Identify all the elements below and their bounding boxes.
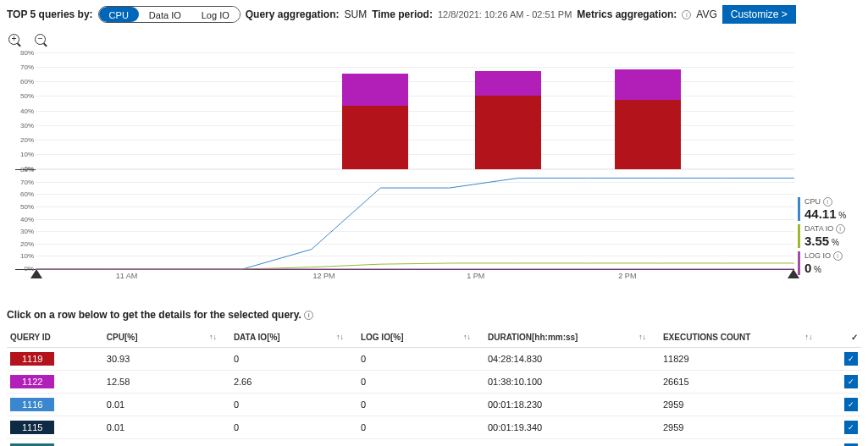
line-cpu <box>36 178 794 269</box>
x-tick: 1 PM <box>467 272 484 280</box>
row-toggle-checkbox[interactable]: ✓ <box>844 375 858 388</box>
col-header[interactable]: DATA IO[%]↑↓ <box>230 328 357 348</box>
time-period-value: 12/8/2021: 10:26 AM - 02:51 PM <box>438 9 572 19</box>
bar[interactable] <box>342 74 408 169</box>
horizontal-scrollbar[interactable] <box>7 289 861 300</box>
sort-icon[interactable]: ↑↓ <box>805 333 813 341</box>
time-period-label: Time period: <box>372 8 433 20</box>
customize-button[interactable]: Customize > <box>722 5 796 24</box>
col-header[interactable]: EXECUTIONS COUNT↑↓ <box>660 328 827 348</box>
info-icon[interactable]: i <box>682 10 691 19</box>
row-toggle-checkbox[interactable]: ✓ <box>844 352 858 366</box>
pill-logio[interactable]: Log IO <box>191 7 240 22</box>
sort-icon[interactable]: ↑↓ <box>463 333 471 341</box>
col-header[interactable]: CPU[%]↑↓ <box>103 328 230 348</box>
table-hint-text: Click on a row below to get the details … <box>7 309 301 321</box>
zoom-out-icon[interactable]: − <box>35 34 48 47</box>
query-id-badge: 1119 <box>10 352 54 366</box>
table-row[interactable]: 11160.010000:01:18.2302959✓ <box>7 394 861 416</box>
charts-region: 0%10%20%30%40%50%60%70%80% 0%10%20%30%40… <box>15 53 794 284</box>
sort-icon[interactable]: ↑↓ <box>336 333 344 341</box>
row-toggle-checkbox[interactable]: ✓ <box>844 421 858 434</box>
sort-icon[interactable]: ↑↓ <box>209 333 217 341</box>
legend: CPU i44.11 %DATA IO i3.55 %LOG IO i0 % <box>798 197 868 278</box>
bar[interactable] <box>615 69 681 169</box>
table-header-row: QUERY IDCPU[%]↑↓DATA IO[%]↑↓LOG IO[%]↑↓D… <box>7 328 861 348</box>
table-body: 111930.930004:28:14.83011829✓112212.582.… <box>7 348 861 447</box>
info-icon[interactable]: i <box>833 251 843 261</box>
metrics-agg-label: Metrics aggregation: <box>577 8 677 20</box>
x-tick: 2 PM <box>618 272 636 280</box>
sort-icon[interactable]: ↑↓ <box>639 333 646 341</box>
legend-row: CPU i44.11 % <box>798 197 868 221</box>
col-header[interactable]: DURATION[hh:mm:ss]↑↓ <box>484 328 660 348</box>
col-header[interactable]: ✓ <box>827 328 861 348</box>
table-hint-row: Click on a row below to get the details … <box>7 309 861 321</box>
info-icon[interactable]: i <box>304 311 313 320</box>
legend-row: LOG IO i0 % <box>798 251 868 275</box>
query-agg-label: Query aggregation: <box>246 8 340 20</box>
bar-chart: 0%10%20%30%40%50%60%70%80% <box>15 53 794 170</box>
x-axis: 11 AM12 PM1 PM2 PM <box>36 270 794 284</box>
table-row[interactable]: 11170.010000:01:44.7002958✓ <box>7 439 861 447</box>
zoom-in-icon[interactable]: + <box>8 34 22 47</box>
line-chart: 0%10%20%30%40%50%60%70%80% <box>15 170 794 270</box>
top5-pill-group: CPU Data IO Log IO <box>98 6 240 23</box>
bar[interactable] <box>475 71 541 169</box>
line-dataio <box>36 263 794 269</box>
x-tick: 11 AM <box>116 272 138 280</box>
query-id-badge: 1122 <box>10 375 54 388</box>
query-agg-value: SUM <box>344 8 367 20</box>
query-id-badge: 1116 <box>10 398 54 411</box>
info-icon[interactable]: i <box>836 224 845 234</box>
col-header[interactable]: QUERY ID <box>7 328 103 348</box>
col-header[interactable]: LOG IO[%]↑↓ <box>357 328 484 348</box>
row-toggle-checkbox[interactable]: ✓ <box>844 398 858 411</box>
top-filter-bar: TOP 5 queries by: CPU Data IO Log IO Que… <box>7 5 861 24</box>
zoom-row: + − <box>8 34 861 50</box>
query-id-badge: 1115 <box>10 421 54 434</box>
table-row[interactable]: 112212.582.66001:38:10.10026615✓ <box>7 371 861 394</box>
pill-cpu[interactable]: CPU <box>99 7 139 22</box>
table-row[interactable]: 111930.930004:28:14.83011829✓ <box>7 348 861 371</box>
x-tick: 12 PM <box>312 272 334 280</box>
pill-dataio[interactable]: Data IO <box>139 7 191 22</box>
table-row[interactable]: 11150.010000:01:19.3402959✓ <box>7 416 861 439</box>
top5-label: TOP 5 queries by: <box>7 8 93 20</box>
info-icon[interactable]: i <box>823 197 832 206</box>
metrics-agg-value: AVG <box>696 8 716 20</box>
legend-row: DATA IO i3.55 % <box>798 224 868 248</box>
queries-table: QUERY IDCPU[%]↑↓DATA IO[%]↑↓LOG IO[%]↑↓D… <box>7 328 861 446</box>
